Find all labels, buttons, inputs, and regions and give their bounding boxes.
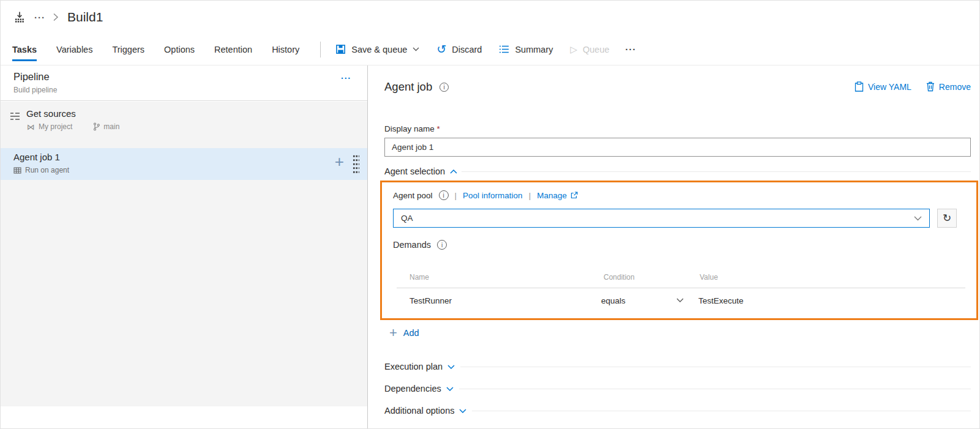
demand-name-field[interactable]: TestRunner — [410, 296, 452, 305]
get-sources-row[interactable]: Get sources ⋈ My project main — [1, 103, 367, 146]
chevron-down-icon — [459, 409, 466, 413]
demands-header-rule — [397, 288, 965, 288]
add-task-button[interactable]: + — [335, 154, 344, 170]
queue-button[interactable]: ▷ Queue — [561, 34, 618, 65]
agent-job-row[interactable]: Agent job 1 Run on agent + — [1, 148, 367, 180]
pipeline-panel-header: Pipeline Build pipeline ··· — [1, 65, 367, 101]
pipeline-more-button[interactable]: ··· — [341, 73, 351, 83]
save-and-queue-button[interactable]: Save & queue — [327, 34, 428, 65]
repo-icon: ⋈ — [27, 123, 35, 131]
save-icon — [335, 44, 346, 54]
breadcrumb-chevron-icon — [53, 12, 59, 22]
branch-name: main — [103, 122, 119, 131]
tab-toolbar-row: Tasks Variables Triggers Options Retenti… — [1, 34, 979, 65]
dependencies-section-header[interactable]: Dependencies — [384, 381, 971, 396]
remove-label: Remove — [939, 82, 971, 92]
section-rule — [472, 411, 971, 411]
execution-plan-label: Execution plan — [384, 362, 443, 371]
tab-strip: Tasks Variables Triggers Options Retenti… — [1, 34, 319, 65]
section-rule — [462, 171, 971, 172]
get-sources-details: ⋈ My project main — [27, 122, 119, 131]
dependencies-label: Dependencies — [384, 384, 441, 394]
remove-button[interactable]: Remove — [926, 81, 971, 92]
view-yaml-label: View YAML — [868, 82, 911, 92]
pipeline-subtitle: Build pipeline — [13, 86, 57, 94]
pipeline-editor-window: ··· Build1 Tasks Variables Triggers Opti… — [0, 0, 980, 429]
summary-button[interactable]: Summary — [490, 34, 561, 65]
section-rule — [459, 389, 971, 389]
demands-label: Demands — [393, 240, 431, 250]
manage-link[interactable]: Manage — [537, 191, 578, 200]
section-rule — [460, 367, 971, 367]
tab-triggers[interactable]: Triggers — [112, 34, 144, 65]
summary-label: Summary — [515, 45, 553, 54]
display-name-input[interactable] — [384, 138, 971, 157]
additional-options-label: Additional options — [384, 406, 454, 416]
toolbar-more-button[interactable]: ··· — [618, 44, 644, 54]
display-name-label: Display name * — [384, 124, 440, 133]
play-icon: ▷ — [570, 44, 577, 55]
summary-list-icon — [499, 45, 509, 54]
link-separator: | — [529, 191, 531, 200]
agent-pool-info-icon[interactable]: i — [439, 190, 449, 200]
refresh-pool-button[interactable]: ↻ — [937, 209, 957, 228]
demands-info-icon[interactable]: i — [437, 240, 447, 250]
branch-icon — [93, 122, 100, 131]
demands-column-value: Value — [700, 273, 718, 282]
pipeline-title: Pipeline — [13, 71, 50, 83]
agent-job-settings-panel: Agent job i View YAML — [368, 65, 979, 428]
toolbar-divider — [320, 42, 321, 58]
chevron-up-icon — [450, 170, 457, 174]
tab-retention[interactable]: Retention — [214, 34, 252, 65]
tab-variables[interactable]: Variables — [56, 34, 92, 65]
agent-job-subtitle: Run on agent — [25, 166, 69, 174]
agent-pool-label: Agent pool — [393, 191, 433, 200]
required-asterisk: * — [437, 124, 440, 133]
tab-tasks[interactable]: Tasks — [12, 34, 37, 65]
refresh-icon: ↻ — [943, 212, 951, 225]
build-definition-icon — [13, 11, 26, 23]
chevron-down-icon — [446, 387, 454, 391]
add-label: Add — [403, 328, 419, 338]
chevron-down-icon — [413, 47, 419, 51]
execution-plan-section-header[interactable]: Execution plan — [384, 359, 971, 374]
agent-selection-highlight-box: Agent pool i | Pool information | Manage — [380, 181, 978, 320]
agent-pool-value: QA — [401, 214, 413, 223]
demands-column-condition: Condition — [604, 273, 635, 282]
agent-selection-section-header[interactable]: Agent selection — [384, 165, 971, 178]
pool-information-link[interactable]: Pool information — [463, 191, 523, 200]
plus-icon: + — [389, 326, 397, 340]
agent-pool-dropdown[interactable]: QA — [393, 209, 930, 228]
page-title[interactable]: Build1 — [67, 10, 103, 24]
chevron-down-icon — [447, 365, 455, 369]
trash-icon — [926, 81, 935, 92]
breadcrumb-overflow-button[interactable]: ··· — [34, 13, 45, 22]
clipboard-icon — [855, 81, 864, 92]
panel-title: Agent job — [384, 80, 432, 94]
agent-selection-label: Agent selection — [384, 166, 445, 176]
drag-handle-icon[interactable] — [353, 154, 359, 173]
external-link-icon — [570, 192, 578, 199]
command-toolbar: Save & queue ↺ Discard Summary — [327, 34, 643, 65]
tab-history[interactable]: History — [272, 34, 299, 65]
get-sources-title: Get sources — [26, 108, 76, 119]
discard-label: Discard — [452, 45, 482, 54]
pipeline-item-list: Get sources ⋈ My project main Agent job … — [1, 102, 367, 406]
display-name-label-text: Display name — [384, 124, 435, 133]
manage-label: Manage — [537, 191, 567, 200]
demand-value-field[interactable]: TestExecute — [698, 296, 744, 305]
agent-job-details: Run on agent — [13, 166, 69, 174]
agent-icon — [13, 167, 21, 174]
discard-button[interactable]: ↺ Discard — [428, 34, 490, 65]
demands-column-name: Name — [410, 273, 429, 282]
additional-options-section-header[interactable]: Additional options — [384, 403, 971, 418]
agent-job-info-icon[interactable]: i — [440, 83, 449, 92]
view-yaml-button[interactable]: View YAML — [855, 81, 911, 92]
pipeline-panel: Pipeline Build pipeline ··· Get sources … — [1, 65, 368, 428]
tab-options[interactable]: Options — [164, 34, 195, 65]
add-demand-button[interactable]: + Add — [389, 326, 419, 340]
repo-name: My project — [39, 122, 72, 131]
demand-condition-dropdown[interactable]: equals — [601, 293, 684, 308]
agent-job-title: Agent job 1 — [13, 152, 60, 162]
demand-condition-value: equals — [601, 296, 626, 305]
